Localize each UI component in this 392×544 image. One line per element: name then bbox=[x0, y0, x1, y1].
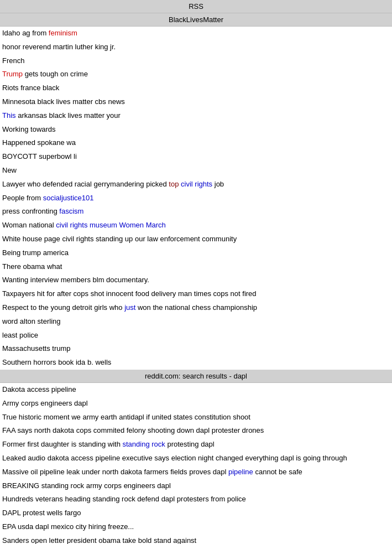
list-item: People from socialjustice101 bbox=[0, 191, 392, 205]
list-item: White house page civil rights standing u… bbox=[0, 232, 392, 246]
list-item: This arkansas black lives matter your bbox=[0, 109, 392, 123]
list-item: Riots france black bbox=[0, 81, 392, 95]
list-item: Taxpayers hit for after cops shot innoce… bbox=[0, 287, 392, 301]
list-item: least police bbox=[0, 329, 392, 343]
list-item: Wanting interview members blm documentar… bbox=[0, 273, 392, 287]
list-item: Trump gets tough on crime bbox=[0, 68, 392, 81]
list-item: word alton sterling bbox=[0, 315, 392, 329]
blm-list: Idaho ag from feminismhonor reverend mar… bbox=[0, 27, 392, 370]
list-item: Happened spokane wa bbox=[0, 136, 392, 150]
list-item: Respect to the young detroit girls who j… bbox=[0, 301, 392, 315]
list-item: BOYCOTT superbowl li bbox=[0, 150, 392, 164]
list-item: Massachusetts trump bbox=[0, 342, 392, 356]
list-item: There obama what bbox=[0, 260, 392, 274]
list-item: honor reverend martin luther king jr. bbox=[0, 40, 392, 54]
dapl-header: reddit.com: search results - dapl bbox=[0, 370, 392, 383]
list-item: Dakota access pipeline bbox=[0, 383, 392, 397]
list-item: EPA usda dapl mexico city hiring freeze.… bbox=[0, 520, 392, 534]
list-item: Massive oil pipeline leak under north da… bbox=[0, 465, 392, 479]
rss-header: RSS bbox=[0, 0, 392, 13]
list-item: DAPL protest wells fargo bbox=[0, 506, 392, 520]
list-item: Lawyer who defended racial gerrymanderin… bbox=[0, 178, 392, 191]
list-item: BREAKING standing rock army corps engine… bbox=[0, 479, 392, 493]
blm-header: BlackLivesMatter bbox=[0, 13, 392, 27]
list-item: Working towards bbox=[0, 123, 392, 137]
list-item: Former first daughter is standing with s… bbox=[0, 438, 392, 452]
list-item: Woman national civil rights museum Women… bbox=[0, 219, 392, 232]
list-item: Minnesota black lives matter cbs news bbox=[0, 95, 392, 109]
list-item: Being trump america bbox=[0, 246, 392, 260]
list-item: French bbox=[0, 54, 392, 68]
list-item: Idaho ag from feminism bbox=[0, 27, 392, 40]
list-item: Leaked audio dakota access pipeline exec… bbox=[0, 452, 392, 465]
dapl-list: Dakota access pipelineArmy corps enginee… bbox=[0, 383, 392, 544]
list-item: True historic moment we army earth antid… bbox=[0, 411, 392, 424]
list-item: press confronting fascism bbox=[0, 205, 392, 219]
list-item: FAA says north dakota cops commited felo… bbox=[0, 424, 392, 438]
list-item: Army corps engineers dapl bbox=[0, 397, 392, 411]
list-item: Hundreds veterans heading standing rock … bbox=[0, 493, 392, 506]
list-item: Southern horrors book ida b. wells bbox=[0, 356, 392, 370]
list-item: New bbox=[0, 164, 392, 178]
list-item: Sanders open letter president obama take… bbox=[0, 534, 392, 544]
